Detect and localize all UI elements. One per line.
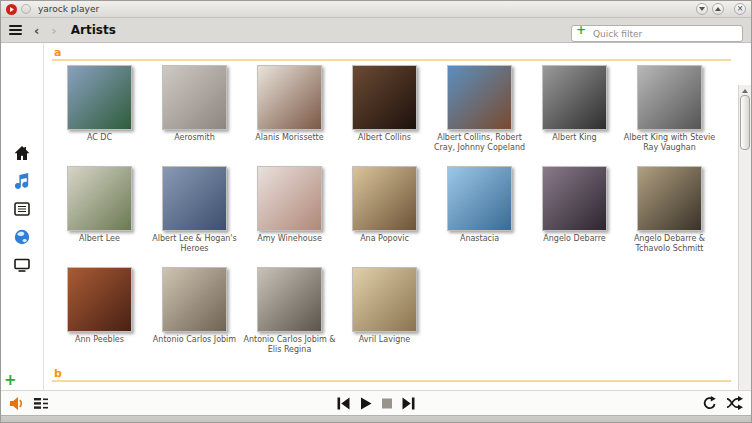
artist-item[interactable]: Ana Popovic — [337, 166, 432, 267]
stop-button[interactable] — [382, 398, 393, 409]
artist-name: Ann Peebles — [53, 335, 146, 345]
next-button[interactable] — [402, 397, 416, 410]
artist-name: Albert Lee & Hogan's Heroes — [148, 234, 241, 253]
artist-photo[interactable] — [257, 267, 322, 332]
artist-item[interactable]: Albert Collins — [337, 65, 432, 166]
toolbar: ‹ › Artists + — [1, 18, 751, 43]
artist-photo[interactable] — [162, 267, 227, 332]
artist-photo[interactable] — [542, 65, 607, 130]
artist-item[interactable]: Angelo Debarre & Tchavolo Schmitt — [622, 166, 717, 267]
titlebar: yarock player × — [1, 1, 751, 18]
scrollbar[interactable] — [738, 85, 751, 423]
quick-filter-input[interactable] — [571, 25, 743, 42]
artist-item[interactable]: Anastacia — [432, 166, 527, 267]
artist-name: Albert Collins — [338, 133, 431, 143]
artist-photo[interactable] — [447, 166, 512, 231]
page-title: Artists — [71, 23, 116, 37]
web-radio-icon[interactable] — [13, 227, 32, 246]
artist-item[interactable]: Antonio Carlos Jobim — [147, 267, 242, 368]
section-underline — [52, 380, 731, 382]
artist-photo[interactable] — [162, 166, 227, 231]
artist-name: Angelo Debarre — [528, 234, 621, 244]
artist-photo[interactable] — [162, 65, 227, 130]
artist-name: Aerosmith — [148, 133, 241, 143]
artist-photo[interactable] — [67, 65, 132, 130]
music-collection-icon[interactable] — [13, 171, 32, 190]
shuffle-icon[interactable] — [727, 396, 743, 410]
artist-name: Anastacia — [433, 234, 526, 244]
artist-name: Albert King — [528, 133, 621, 143]
artist-name: Amy Winehouse — [243, 234, 336, 244]
artist-photo[interactable] — [257, 65, 322, 130]
filter-add-icon[interactable]: + — [576, 23, 586, 38]
artist-name: Albert Lee — [53, 234, 146, 244]
forward-button[interactable]: › — [51, 24, 56, 37]
section-header: b — [52, 368, 738, 382]
add-source-button[interactable]: + — [4, 373, 17, 388]
artist-item[interactable]: Alanis Morissette — [242, 65, 337, 166]
sidebar — [1, 43, 44, 390]
minimize-button[interactable] — [696, 3, 708, 15]
artist-item[interactable]: Aerosmith — [147, 65, 242, 166]
home-icon[interactable] — [13, 143, 32, 162]
yarock-logo-icon — [6, 4, 17, 15]
menu-icon[interactable] — [9, 25, 22, 35]
section-underline — [52, 59, 731, 61]
artist-name: Albert Collins, Robert Cray, Johnny Cope… — [433, 133, 526, 152]
artist-item[interactable]: Albert Lee — [52, 166, 147, 267]
quick-filter: + — [571, 22, 743, 39]
window-title: yarock player — [38, 4, 99, 14]
artist-item[interactable]: Albert Lee & Hogan's Heroes — [147, 166, 242, 267]
artist-photo[interactable] — [542, 166, 607, 231]
main-area: + aAC DCAerosmithAlanis MorissetteAlbert… — [1, 43, 751, 390]
previous-button[interactable] — [337, 397, 351, 410]
playlists-icon[interactable] — [13, 199, 32, 218]
transport-controls — [337, 397, 416, 410]
artist-name: Ana Popovic — [338, 234, 431, 244]
play-queue-icon[interactable] — [34, 397, 49, 410]
artist-photo[interactable] — [67, 166, 132, 231]
window-menu-icon[interactable] — [21, 4, 31, 14]
artist-grid: AC DCAerosmithAlanis MorissetteAlbert Co… — [52, 65, 722, 368]
artist-item[interactable]: Avril Lavigne — [337, 267, 432, 368]
artist-item[interactable]: Ann Peebles — [52, 267, 147, 368]
artist-photo[interactable] — [352, 65, 417, 130]
artist-photo[interactable] — [637, 166, 702, 231]
artist-photo[interactable] — [257, 166, 322, 231]
artist-name: Albert King with Stevie Ray Vaughan — [623, 133, 716, 152]
artist-photo[interactable] — [67, 267, 132, 332]
artist-name: Alanis Morissette — [243, 133, 336, 143]
artist-name: Antonio Carlos Jobim & Elis Regina — [243, 335, 336, 354]
artist-photo[interactable] — [447, 65, 512, 130]
artist-name: Angelo Debarre & Tchavolo Schmitt — [623, 234, 716, 253]
section-header: a — [52, 47, 738, 61]
artist-item[interactable]: Albert King with Stevie Ray Vaughan — [622, 65, 717, 166]
scrollbar-thumb[interactable] — [740, 95, 750, 150]
artist-photo[interactable] — [352, 267, 417, 332]
artist-name: AC DC — [53, 133, 146, 143]
artist-item[interactable]: Amy Winehouse — [242, 166, 337, 267]
chevron-down-icon — [699, 7, 705, 11]
player-bar — [1, 390, 751, 415]
close-button[interactable]: × — [734, 3, 746, 15]
scroll-up-icon[interactable] — [742, 89, 748, 93]
section-letter: a — [54, 47, 738, 58]
window-bottom-frame — [1, 415, 751, 423]
artist-item[interactable]: Angelo Debarre — [527, 166, 622, 267]
artist-item[interactable]: Albert King — [527, 65, 622, 166]
artist-photo[interactable] — [352, 166, 417, 231]
artist-item[interactable]: Antonio Carlos Jobim & Elis Regina — [242, 267, 337, 368]
artist-name: Avril Lavigne — [338, 335, 431, 345]
maximize-button[interactable] — [712, 3, 724, 15]
app-window: yarock player × ‹ › Artists + — [0, 0, 752, 423]
artist-name: Antonio Carlos Jobim — [148, 335, 241, 345]
play-button[interactable] — [360, 397, 373, 410]
back-button[interactable]: ‹ — [34, 24, 39, 37]
computer-icon[interactable] — [13, 255, 32, 274]
repeat-icon[interactable] — [701, 396, 716, 410]
section-letter: b — [54, 368, 738, 379]
volume-icon[interactable] — [9, 396, 25, 411]
artist-item[interactable]: Albert Collins, Robert Cray, Johnny Cope… — [432, 65, 527, 166]
artist-item[interactable]: AC DC — [52, 65, 147, 166]
artist-photo[interactable] — [637, 65, 702, 130]
